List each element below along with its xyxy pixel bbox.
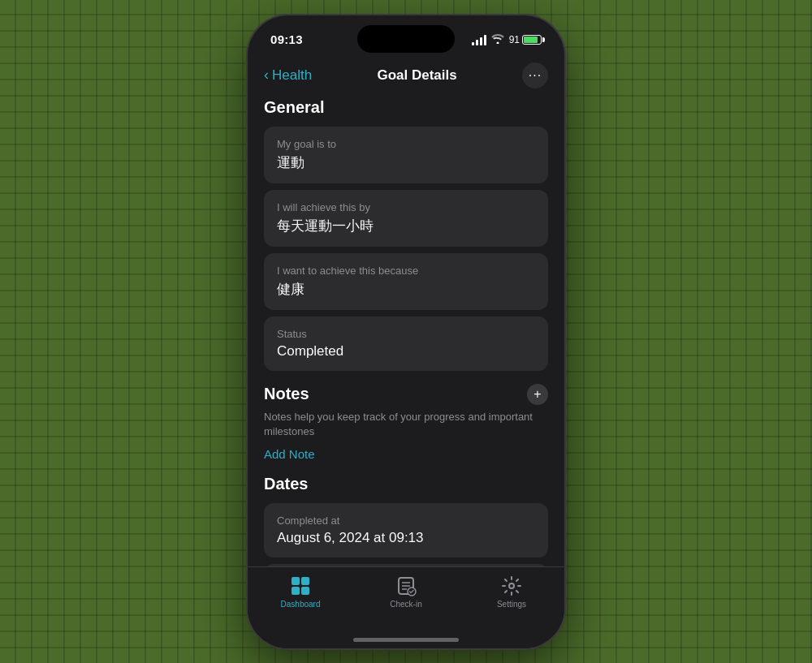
tab-bar: Dashboard Check-in (248, 566, 564, 633)
goal-label: My goal is to (277, 138, 535, 150)
notes-section: Notes + Notes help you keep track of you… (264, 384, 548, 462)
settings-icon (501, 575, 522, 596)
status-label: Status (277, 328, 535, 340)
checkin-icon (395, 575, 417, 596)
achieve-by-label: I will achieve this by (277, 201, 535, 213)
navigation-bar: ‹ Health Goal Details ··· (248, 59, 564, 95)
reason-card: I want to achieve this because 健康 (264, 253, 548, 310)
add-note-link[interactable]: Add Note (264, 447, 315, 461)
back-button[interactable]: ‹ Health (264, 67, 312, 84)
tab-settings-label: Settings (497, 600, 526, 609)
svg-rect-0 (292, 577, 300, 585)
svg-point-9 (509, 583, 514, 588)
tab-dashboard-label: Dashboard (281, 600, 321, 609)
notes-title: Notes (264, 385, 309, 403)
more-button[interactable]: ··· (522, 62, 548, 88)
general-section-header: General (264, 98, 548, 117)
plus-icon: + (533, 387, 541, 402)
completed-at-card: Completed at August 6, 2024 at 09:13 (264, 503, 548, 558)
tab-checkin[interactable]: Check-in (378, 575, 434, 609)
goal-value: 運動 (277, 153, 535, 172)
status-icons: 91 (472, 33, 542, 46)
reason-value: 健康 (277, 280, 535, 299)
dynamic-island (357, 25, 455, 53)
achieve-by-card: I will achieve this by 每天運動一小時 (264, 190, 548, 247)
dashboard-icon (290, 575, 311, 596)
svg-rect-1 (301, 577, 309, 585)
phone-frame: 09:13 (248, 15, 564, 648)
page-title: Goal Details (377, 67, 456, 84)
achieve-by-value: 每天運動一小時 (277, 217, 535, 235)
status-card: Status Completed (264, 316, 548, 371)
svg-rect-2 (292, 587, 300, 595)
wifi-icon (491, 33, 504, 46)
completed-at-label: Completed at (277, 514, 535, 527)
tab-settings[interactable]: Settings (483, 575, 540, 609)
battery-level: 91 (509, 34, 520, 45)
status-value: Completed (277, 343, 535, 359)
notes-header: Notes + (264, 384, 548, 405)
notes-description: Notes help you keep track of your progre… (264, 410, 548, 439)
signal-icon (472, 34, 486, 45)
reason-label: I want to achieve this because (277, 265, 535, 277)
content-area: General My goal is to 運動 I will achieve … (248, 95, 564, 566)
tab-dashboard[interactable]: Dashboard (272, 575, 329, 609)
back-label: Health (272, 67, 312, 84)
svg-rect-3 (301, 587, 309, 595)
home-indicator (353, 638, 459, 642)
battery-indicator: 91 (509, 34, 542, 45)
tab-checkin-label: Check-in (390, 600, 421, 609)
add-note-icon-button[interactable]: + (527, 384, 548, 405)
dates-title: Dates (264, 475, 548, 493)
ellipsis-icon: ··· (529, 68, 542, 83)
dates-section: Dates Completed at August 6, 2024 at 09:… (264, 475, 548, 566)
back-chevron-icon: ‹ (264, 67, 269, 84)
status-time: 09:13 (270, 32, 303, 46)
battery-icon (522, 35, 542, 45)
completed-at-value: August 6, 2024 at 09:13 (277, 530, 535, 546)
goal-card: My goal is to 運動 (264, 127, 548, 183)
